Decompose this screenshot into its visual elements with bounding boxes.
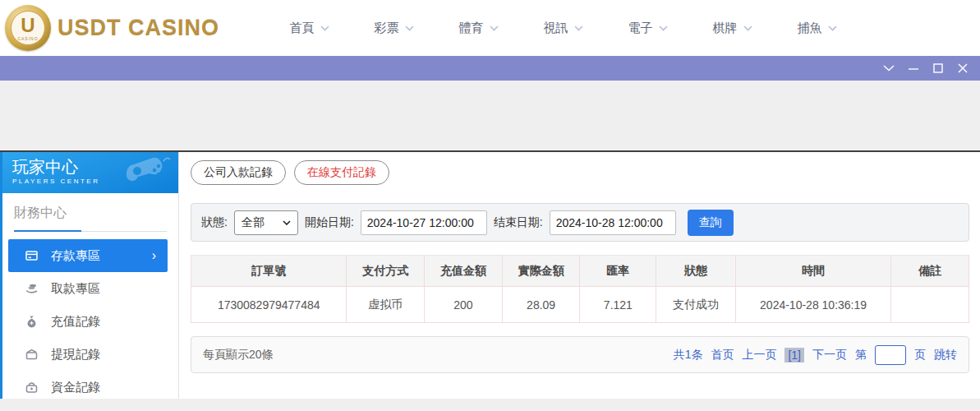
nav-item-slots[interactable]: 電子 <box>605 21 690 36</box>
brand-name: USDT CASINO <box>58 16 219 41</box>
app-window: U CASINO USDT CASINO 首頁 彩票 體育 視訊 <box>0 0 980 411</box>
jump-button[interactable]: 跳转 <box>934 348 957 363</box>
window-close-button[interactable] <box>950 56 975 81</box>
coin-logo-icon: U CASINO <box>5 5 51 51</box>
chevron-down-icon <box>405 25 414 31</box>
nav-label: 電子 <box>628 21 653 36</box>
jump-suffix-label: 页 <box>914 348 926 363</box>
sidebar-item-label: 充值記錄 <box>51 314 100 330</box>
cell-status: 支付成功 <box>656 287 736 323</box>
pagination-bar: 每頁顯示20條 共1条 首页 上一页 [1] 下一页 第 页 跳转 <box>191 336 969 373</box>
chevron-down-icon <box>828 25 837 31</box>
end-date-label: 结束日期: <box>494 215 543 230</box>
close-icon <box>957 62 968 74</box>
filter-bar: 狀態: 全部 開始日期: 结束日期: 查詢 <box>191 203 969 242</box>
chevron-down-icon <box>283 220 291 225</box>
maximize-icon <box>932 62 944 74</box>
current-page-indicator[interactable]: [1] <box>784 348 804 363</box>
chevron-right-icon: › <box>152 248 156 263</box>
nav-item-fishing[interactable]: 捕魚 <box>775 21 859 36</box>
main-panel: 公司入款記錄 在線支付記錄 狀態: 全部 開始日期: 结束日期: 查詢 <box>179 152 980 399</box>
sidebar-item-label: 提現記錄 <box>51 347 100 363</box>
logo-letter: U <box>21 16 35 35</box>
players-center-header: 玩家中心 PLAYERS CENTER <box>2 152 178 193</box>
header-note: 備註 <box>891 256 969 287</box>
nav-item-video[interactable]: 視訊 <box>521 21 605 36</box>
header-recharge-amount: 充值金額 <box>425 256 503 287</box>
sidebar-item-label: 資金記錄 <box>51 380 100 395</box>
cell-recharge-amount: 200 <box>425 287 503 323</box>
window-minimize-button[interactable] <box>901 56 926 81</box>
start-date-label: 開始日期: <box>305 215 354 230</box>
records-table: 訂單號 支付方式 充值金額 實際金額 匯率 狀態 時間 備註 173008297… <box>191 255 969 323</box>
moneybag-icon <box>25 315 39 328</box>
end-date-input[interactable] <box>550 210 676 235</box>
table-header-row: 訂單號 支付方式 充值金額 實際金額 匯率 狀態 時間 備註 <box>191 256 969 287</box>
window-dropdown-button[interactable] <box>876 56 901 81</box>
minimize-icon <box>908 62 919 74</box>
cell-exchange-rate: 7.121 <box>580 287 656 323</box>
header-time: 時間 <box>735 256 890 287</box>
hand-money-icon <box>25 282 39 295</box>
header-pay-method: 支付方式 <box>347 256 425 287</box>
pagination-controls: 共1条 首页 上一页 [1] 下一页 第 页 跳转 <box>674 345 957 365</box>
chevron-down-icon <box>659 25 668 31</box>
window-maximize-button[interactable] <box>926 56 950 81</box>
nav-item-sports[interactable]: 體育 <box>436 21 521 36</box>
search-button[interactable]: 查詢 <box>688 210 734 236</box>
nav-label: 彩票 <box>375 21 399 36</box>
deposit-card-icon <box>25 249 39 262</box>
nav-item-home[interactable]: 首頁 <box>267 21 352 36</box>
section-divider <box>14 231 167 232</box>
nav-item-lottery[interactable]: 彩票 <box>352 21 436 36</box>
sidebar-item-label: 取款專區 <box>51 281 100 297</box>
sidebar-item-withdrawal-records[interactable]: 提現記錄 <box>2 338 178 371</box>
chevron-down-icon <box>490 25 499 31</box>
nav-label: 體育 <box>459 21 484 36</box>
jump-page-input[interactable] <box>875 345 906 365</box>
sidebar-item-label: 存款專區 <box>51 248 100 264</box>
header-exchange-rate: 匯率 <box>580 256 656 287</box>
status-select[interactable]: 全部 <box>234 210 298 235</box>
cell-time: 2024-10-28 10:36:19 <box>735 287 890 323</box>
sidebar-item-recharge-records[interactable]: 充值記錄 <box>2 305 178 338</box>
next-page-link[interactable]: 下一页 <box>812 348 847 363</box>
status-label: 狀態: <box>201 215 228 230</box>
sidebar-item-funds-records[interactable]: 資金記錄 <box>2 371 178 404</box>
sidebar: 玩家中心 PLAYERS CENTER 財務中心 <box>0 152 179 399</box>
cell-pay-method: 虚拟币 <box>347 287 425 323</box>
gamepad-icon <box>122 155 173 191</box>
prev-page-link[interactable]: 上一页 <box>742 348 776 363</box>
purse-icon <box>25 381 39 394</box>
window-title-bar <box>0 56 980 81</box>
tab-online-payment-records[interactable]: 在線支付記錄 <box>294 160 389 185</box>
nav-label: 首頁 <box>290 21 315 36</box>
chevron-down-icon <box>883 65 895 72</box>
header-actual-amount: 實際金額 <box>502 256 580 287</box>
status-select-value: 全部 <box>242 215 265 230</box>
record-tabs: 公司入款記錄 在線支付記錄 <box>191 160 969 185</box>
start-date-input[interactable] <box>361 210 487 235</box>
nav-label: 棋牌 <box>713 21 738 36</box>
sidebar-item-deposit-zone[interactable]: 存款專區 › <box>8 239 168 272</box>
cell-note <box>891 287 969 323</box>
jump-prefix-label: 第 <box>855 348 867 363</box>
content-region: 玩家中心 PLAYERS CENTER 財務中心 <box>0 152 980 399</box>
tab-company-deposit-records[interactable]: 公司入款記錄 <box>191 160 286 185</box>
sidebar-item-withdraw-zone[interactable]: 取款專區 <box>2 272 178 305</box>
header-order-no: 訂單號 <box>191 256 347 287</box>
cell-actual-amount: 28.09 <box>502 287 580 323</box>
nav-item-cards[interactable]: 棋牌 <box>690 21 775 36</box>
nav-label: 捕魚 <box>798 21 822 36</box>
top-bar: U CASINO USDT CASINO 首頁 彩票 體育 視訊 <box>0 0 980 56</box>
logo-caption: CASINO <box>17 36 38 41</box>
chevron-down-icon <box>320 25 329 31</box>
header-status: 狀態 <box>656 256 736 287</box>
first-page-link[interactable]: 首页 <box>711 348 734 363</box>
brand-logo[interactable]: U CASINO USDT CASINO <box>5 5 219 51</box>
finance-center-heading: 財務中心 <box>2 193 178 222</box>
wallet-icon <box>25 348 39 361</box>
main-nav: 首頁 彩票 體育 視訊 電子 棋牌 <box>267 21 859 36</box>
cell-order-no: 1730082979477484 <box>191 287 347 323</box>
table-row: 1730082979477484 虚拟币 200 28.09 7.121 支付成… <box>191 287 969 323</box>
